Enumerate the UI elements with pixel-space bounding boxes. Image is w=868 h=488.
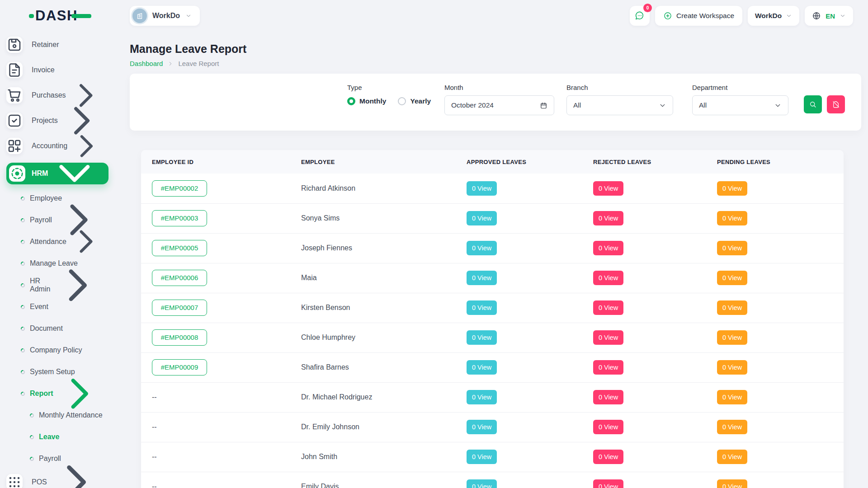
approved-leaves-cell: 0 View [456, 174, 582, 203]
breadcrumb-current: Leave Report [178, 60, 219, 67]
rejected-leaves-view-button[interactable]: 0 View [593, 420, 623, 434]
sidebar-item-pos[interactable]: POS [6, 474, 106, 488]
language-code: EN [826, 12, 835, 20]
pending-leaves-view-button[interactable]: 0 View [717, 271, 747, 285]
col-employee-id: EMPLOYEE ID [141, 150, 290, 174]
pending-leaves-view-button[interactable]: 0 View [717, 450, 747, 464]
pending-leaves-cell: 0 View [706, 442, 844, 472]
employee-id-badge[interactable]: #EMP00002 [152, 180, 207, 197]
create-workspace-button[interactable]: Create Workspace [655, 6, 742, 26]
pending-leaves-cell: 0 View [706, 472, 844, 488]
employee-id-badge[interactable]: #EMP00003 [152, 210, 207, 226]
approved-leaves-view-button[interactable]: 0 View [467, 241, 497, 255]
table-row: #EMP00003Sonya Sims0 View0 View0 View [141, 203, 844, 233]
messages-button[interactable]: 0 [630, 6, 650, 26]
logo-accent-dash [71, 14, 91, 18]
employee-id-empty: -- [152, 483, 157, 488]
pending-leaves-cell: 0 View [706, 412, 844, 442]
radio-monthly[interactable]: Monthly [347, 97, 386, 105]
reset-filter-button[interactable] [827, 95, 845, 113]
col-employee: EMPLOYEE [290, 150, 456, 174]
month-filter: Month October 2024 [444, 84, 554, 115]
sidebar-item-report[interactable]: Report [6, 387, 106, 400]
rejected-leaves-view-button[interactable]: 0 View [593, 241, 623, 255]
sidebar-item-document[interactable]: Document [6, 322, 106, 335]
employee-id-badge[interactable]: #EMP00008 [152, 329, 207, 346]
sidebar-item-company-policy[interactable]: Company Policy [6, 343, 106, 357]
sidebar-item-label: Attendance [30, 238, 66, 246]
approved-leaves-view-button[interactable]: 0 View [467, 330, 497, 345]
approved-leaves-view-button[interactable]: 0 View [467, 450, 497, 464]
employee-id-empty: -- [152, 423, 157, 431]
employee-id-cell: #EMP00008 [141, 323, 290, 352]
pending-leaves-cell: 0 View [706, 382, 844, 412]
search-button[interactable] [804, 95, 822, 113]
rejected-leaves-view-button[interactable]: 0 View [593, 211, 623, 225]
employee-id-cell: #EMP00002 [141, 174, 290, 203]
approved-leaves-view-button[interactable]: 0 View [467, 420, 497, 434]
department-select[interactable]: All [692, 95, 788, 115]
employee-id-cell: #EMP00005 [141, 233, 290, 263]
employee-id-badge[interactable]: #EMP00007 [152, 300, 207, 316]
workspace-selector[interactable]: WorkDo [130, 6, 200, 26]
pending-leaves-view-button[interactable]: 0 View [717, 330, 747, 345]
rejected-leaves-view-button[interactable]: 0 View [593, 360, 623, 375]
rejected-leaves-view-button[interactable]: 0 View [593, 479, 623, 488]
sidebar-item-hr-admin[interactable]: HR Admin [6, 278, 106, 292]
rejected-leaves-cell: 0 View [582, 293, 706, 323]
app-switcher-button[interactable]: WorkDo [748, 6, 799, 26]
sidebar-item-leave[interactable]: Leave [6, 430, 106, 444]
brand-logo[interactable]: DASH [29, 8, 118, 23]
rejected-leaves-view-button[interactable]: 0 View [593, 271, 623, 285]
rejected-leaves-view-button[interactable]: 0 View [593, 330, 623, 345]
pending-leaves-view-button[interactable]: 0 View [717, 241, 747, 255]
language-selector[interactable]: EN [805, 6, 853, 26]
pending-leaves-view-button[interactable]: 0 View [717, 420, 747, 434]
sidebar-item-hrm[interactable]: HRM [6, 163, 108, 184]
employee-name-cell: Shafira Barnes [290, 352, 456, 382]
calendar-icon [540, 102, 547, 109]
sidebar-item-label: Company Policy [30, 346, 82, 354]
rejected-leaves-view-button[interactable]: 0 View [593, 450, 623, 464]
employee-id-badge[interactable]: #EMP00006 [152, 270, 207, 286]
retainer-icon [6, 37, 23, 53]
pending-leaves-view-button[interactable]: 0 View [717, 211, 747, 225]
pending-leaves-view-button[interactable]: 0 View [717, 360, 747, 375]
pending-leaves-view-button[interactable]: 0 View [717, 181, 747, 196]
bullet-icon [20, 304, 26, 310]
sidebar-item-label: Document [30, 324, 63, 333]
approved-leaves-view-button[interactable]: 0 View [467, 211, 497, 225]
employee-id-badge[interactable]: #EMP00009 [152, 359, 207, 375]
bullet-icon [20, 239, 26, 245]
approved-leaves-view-button[interactable]: 0 View [467, 360, 497, 375]
rejected-leaves-view-button[interactable]: 0 View [593, 181, 623, 196]
sidebar-item-retainer[interactable]: Retainer [6, 36, 106, 53]
topbar: WorkDo 0 Create Workspace WorkDo EN [118, 0, 868, 32]
month-date-input[interactable]: October 2024 [444, 95, 554, 115]
pending-leaves-view-button[interactable]: 0 View [717, 479, 747, 488]
approved-leaves-view-button[interactable]: 0 View [467, 181, 497, 196]
rejected-leaves-cell: 0 View [582, 233, 706, 263]
rejected-leaves-view-button[interactable]: 0 View [593, 300, 623, 315]
rejected-leaves-cell: 0 View [582, 442, 706, 472]
col-pending-leaves: PENDING LEAVES [706, 150, 844, 174]
employee-id-cell: -- [141, 412, 290, 442]
approved-leaves-cell: 0 View [456, 203, 582, 233]
create-workspace-label: Create Workspace [676, 12, 734, 20]
approved-leaves-view-button[interactable]: 0 View [467, 271, 497, 285]
pending-leaves-view-button[interactable]: 0 View [717, 390, 747, 404]
approved-leaves-view-button[interactable]: 0 View [467, 479, 497, 488]
app-switcher-label: WorkDo [755, 12, 782, 20]
rejected-leaves-view-button[interactable]: 0 View [593, 390, 623, 404]
branch-select[interactable]: All [566, 95, 673, 115]
department-filter: Department All [692, 84, 788, 115]
employee-id-cell: #EMP00009 [141, 352, 290, 382]
approved-leaves-view-button[interactable]: 0 View [467, 300, 497, 315]
table-header-row: EMPLOYEE ID EMPLOYEE APPROVED LEAVES REJ… [141, 150, 844, 174]
pending-leaves-view-button[interactable]: 0 View [717, 300, 747, 315]
employee-id-badge[interactable]: #EMP00005 [152, 240, 207, 256]
radio-yearly[interactable]: Yearly [398, 97, 431, 105]
approved-leaves-view-button[interactable]: 0 View [467, 390, 497, 404]
sidebar-item-label: POS [32, 478, 47, 486]
breadcrumb-dashboard-link[interactable]: Dashboard [130, 60, 163, 67]
